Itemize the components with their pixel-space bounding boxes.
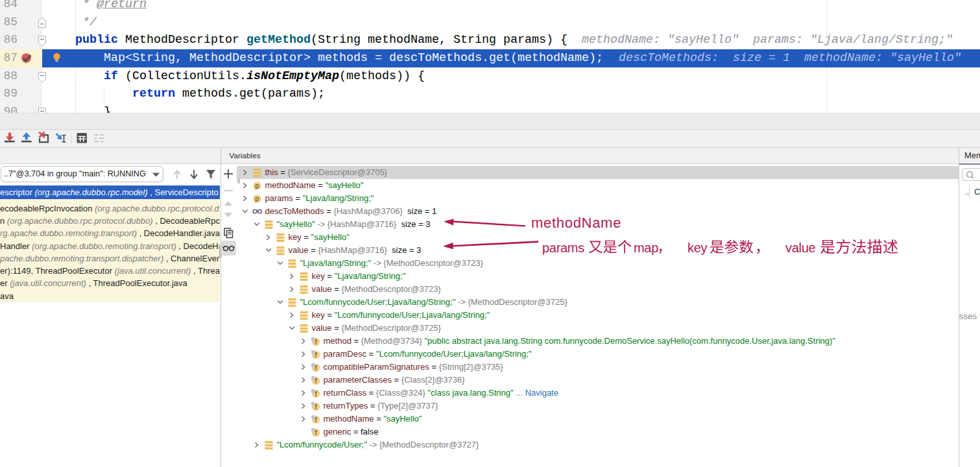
- svg-text:f: f: [315, 337, 317, 345]
- svg-text:f: f: [315, 376, 317, 384]
- svg-text:f: f: [315, 350, 317, 358]
- svg-text:p: p: [256, 195, 259, 202]
- svg-text:p: p: [256, 182, 259, 189]
- svg-text:f: f: [315, 415, 317, 423]
- svg-text:f: f: [315, 389, 317, 397]
- svg-text:f: f: [315, 402, 317, 410]
- svg-text:f: f: [315, 363, 317, 371]
- svg-text:f: f: [315, 428, 317, 436]
